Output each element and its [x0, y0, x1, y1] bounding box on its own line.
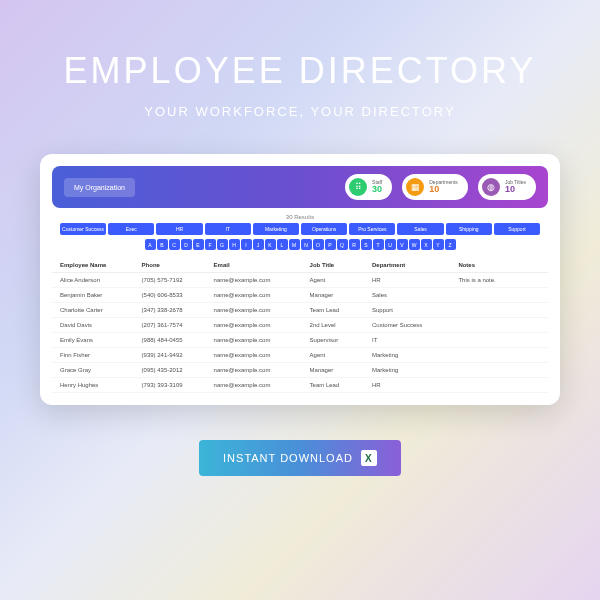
alpha-filter[interactable]: V: [397, 239, 408, 250]
col-title[interactable]: Job Title: [310, 262, 372, 268]
cell-name: David Davis: [60, 322, 142, 328]
col-phone[interactable]: Phone: [142, 262, 214, 268]
stat-value: 30: [372, 185, 382, 194]
dept-filter[interactable]: Exec: [108, 223, 154, 235]
stat-value: 10: [429, 185, 458, 194]
stat-jobtitles[interactable]: ◍ Job Titles 10: [478, 174, 536, 200]
alpha-filter[interactable]: S: [361, 239, 372, 250]
cell-title: Supervisor: [310, 337, 372, 343]
alpha-filter[interactable]: I: [241, 239, 252, 250]
dept-filter[interactable]: Support: [494, 223, 540, 235]
table-row[interactable]: David Davis(207) 361-7574name@example.co…: [52, 318, 548, 333]
cell-dept: Support: [372, 307, 458, 313]
cell-email: name@example.com: [214, 322, 310, 328]
cell-phone: (347) 338-2678: [142, 307, 214, 313]
app-window: My Organization ⠿ Staff 30 ▦ Departments…: [40, 154, 560, 405]
cell-dept: Sales: [372, 292, 458, 298]
cell-title: Agent: [310, 352, 372, 358]
cell-phone: (540) 606-8533: [142, 292, 214, 298]
cell-title: 2nd Level: [310, 322, 372, 328]
dept-filter[interactable]: IT: [205, 223, 251, 235]
alpha-filter[interactable]: X: [421, 239, 432, 250]
cell-name: Alice Anderson: [60, 277, 142, 283]
cell-title: Agent: [310, 277, 372, 283]
cell-phone: (939) 241-9492: [142, 352, 214, 358]
stat-departments[interactable]: ▦ Departments 10: [402, 174, 468, 200]
excel-icon: X: [361, 450, 377, 466]
alpha-filter[interactable]: Z: [445, 239, 456, 250]
alpha-filter[interactable]: A: [145, 239, 156, 250]
dept-filter[interactable]: Marketing: [253, 223, 299, 235]
alpha-filter[interactable]: E: [193, 239, 204, 250]
department-filter-row: Customer SuccessExecHRITMarketingOperati…: [52, 223, 548, 235]
alpha-filter[interactable]: C: [169, 239, 180, 250]
alpha-filter[interactable]: G: [217, 239, 228, 250]
cell-email: name@example.com: [214, 352, 310, 358]
table-row[interactable]: Benjamin Baker(540) 606-8533name@example…: [52, 288, 548, 303]
table-row[interactable]: Charlotte Carter(347) 338-2678name@examp…: [52, 303, 548, 318]
alpha-filter[interactable]: Q: [337, 239, 348, 250]
col-name[interactable]: Employee Name: [60, 262, 142, 268]
table-row[interactable]: Finn Fisher(939) 241-9492name@example.co…: [52, 348, 548, 363]
table-row[interactable]: Emily Evans(988) 484-0455name@example.co…: [52, 333, 548, 348]
cell-dept: Marketing: [372, 367, 458, 373]
people-icon: ⠿: [349, 178, 367, 196]
table-row[interactable]: Grace Gray(095) 435-2012name@example.com…: [52, 363, 548, 378]
alpha-filter[interactable]: D: [181, 239, 192, 250]
dept-filter[interactable]: HR: [156, 223, 202, 235]
col-email[interactable]: Email: [214, 262, 310, 268]
cell-title: Team Lead: [310, 382, 372, 388]
alpha-filter[interactable]: N: [301, 239, 312, 250]
alpha-filter[interactable]: T: [373, 239, 384, 250]
alpha-filter[interactable]: Y: [433, 239, 444, 250]
alpha-filter[interactable]: W: [409, 239, 420, 250]
cell-phone: (705) 575-7192: [142, 277, 214, 283]
alpha-filter[interactable]: J: [253, 239, 264, 250]
col-notes[interactable]: Notes: [458, 262, 540, 268]
col-dept[interactable]: Department: [372, 262, 458, 268]
cell-notes: [458, 307, 540, 313]
cell-title: Team Lead: [310, 307, 372, 313]
alpha-filter[interactable]: P: [325, 239, 336, 250]
cell-dept: HR: [372, 277, 458, 283]
cell-name: Benjamin Baker: [60, 292, 142, 298]
alpha-filter[interactable]: U: [385, 239, 396, 250]
alpha-filter[interactable]: F: [205, 239, 216, 250]
cell-email: name@example.com: [214, 337, 310, 343]
cell-phone: (988) 484-0455: [142, 337, 214, 343]
cell-name: Emily Evans: [60, 337, 142, 343]
cell-notes: [458, 352, 540, 358]
dept-filter[interactable]: Shipping: [446, 223, 492, 235]
dept-filter[interactable]: Operations: [301, 223, 347, 235]
cell-email: name@example.com: [214, 367, 310, 373]
cell-phone: (095) 435-2012: [142, 367, 214, 373]
topbar: My Organization ⠿ Staff 30 ▦ Departments…: [52, 166, 548, 208]
table-row[interactable]: Alice Anderson(705) 575-7192name@example…: [52, 273, 548, 288]
employee-table: Employee Name Phone Email Job Title Depa…: [52, 258, 548, 393]
alpha-filter[interactable]: K: [265, 239, 276, 250]
dept-filter[interactable]: Sales: [397, 223, 443, 235]
alpha-filter[interactable]: M: [289, 239, 300, 250]
alphabet-filter-row: ABCDEFGHIJKLMNOPQRSTUVWXYZ: [52, 239, 548, 258]
alpha-filter[interactable]: L: [277, 239, 288, 250]
alpha-filter[interactable]: R: [349, 239, 360, 250]
dept-filter[interactable]: Pro Services: [349, 223, 395, 235]
stat-value: 10: [505, 185, 526, 194]
alpha-filter[interactable]: O: [313, 239, 324, 250]
cell-name: Finn Fisher: [60, 352, 142, 358]
alpha-filter[interactable]: B: [157, 239, 168, 250]
alpha-filter[interactable]: H: [229, 239, 240, 250]
org-button[interactable]: My Organization: [64, 178, 135, 197]
cell-notes: [458, 337, 540, 343]
cell-dept: HR: [372, 382, 458, 388]
dept-filter[interactable]: Customer Success: [60, 223, 106, 235]
cell-phone: (207) 361-7574: [142, 322, 214, 328]
cell-email: name@example.com: [214, 307, 310, 313]
cell-dept: Marketing: [372, 352, 458, 358]
download-button[interactable]: INSTANT DOWNLOAD X: [199, 440, 401, 476]
cell-title: Manager: [310, 292, 372, 298]
cell-notes: [458, 367, 540, 373]
stat-staff[interactable]: ⠿ Staff 30: [345, 174, 392, 200]
download-label: INSTANT DOWNLOAD: [223, 452, 353, 464]
table-row[interactable]: Henry Hughes(793) 393-3109name@example.c…: [52, 378, 548, 393]
